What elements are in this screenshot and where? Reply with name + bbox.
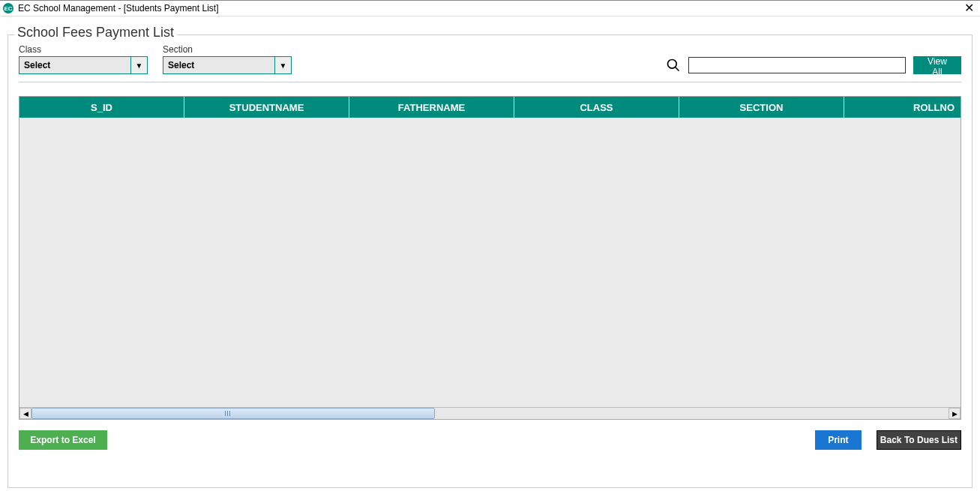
scroll-track[interactable] bbox=[31, 408, 949, 419]
view-all-button[interactable]: View All bbox=[913, 56, 961, 74]
col-sid[interactable]: S_ID bbox=[19, 97, 184, 118]
close-icon[interactable]: ✕ bbox=[964, 2, 974, 14]
grid-body bbox=[19, 118, 961, 407]
horizontal-scrollbar[interactable]: ◀ ▶ bbox=[19, 407, 961, 419]
title-bar: EC EC School Management - [Students Paym… bbox=[0, 0, 980, 16]
footer-buttons: Export to Excel Print Back To Dues List bbox=[19, 430, 961, 450]
divider bbox=[19, 82, 961, 82]
svg-line-1 bbox=[676, 67, 679, 71]
section-filter-group: Section Select ▼ bbox=[163, 44, 292, 74]
search-icon bbox=[666, 58, 681, 73]
col-class[interactable]: CLASS bbox=[514, 97, 679, 118]
back-to-dues-button[interactable]: Back To Dues List bbox=[877, 430, 961, 450]
scroll-right-icon[interactable]: ▶ bbox=[949, 408, 961, 419]
class-select-value: Select bbox=[19, 57, 130, 73]
search-input[interactable] bbox=[688, 57, 906, 73]
svg-point-0 bbox=[668, 60, 677, 69]
chevron-down-icon[interactable]: ▼ bbox=[130, 57, 147, 73]
window-title: EC School Management - [Students Payment… bbox=[18, 3, 218, 13]
filter-row: Class Select ▼ Section Select ▼ View All bbox=[19, 44, 961, 74]
class-label: Class bbox=[19, 44, 148, 55]
col-rollno[interactable]: ROLLNO bbox=[844, 97, 961, 118]
export-excel-button[interactable]: Export to Excel bbox=[19, 430, 107, 450]
col-section[interactable]: SECTION bbox=[679, 97, 844, 118]
print-button[interactable]: Print bbox=[815, 430, 862, 450]
section-select-value: Select bbox=[163, 57, 274, 73]
app-icon: EC bbox=[3, 3, 13, 13]
scroll-thumb[interactable] bbox=[31, 408, 435, 419]
search-area: View All bbox=[666, 56, 961, 74]
col-studentname[interactable]: STUDENTNAME bbox=[184, 97, 349, 118]
section-label: Section bbox=[163, 44, 292, 55]
class-select[interactable]: Select ▼ bbox=[19, 56, 148, 74]
section-select[interactable]: Select ▼ bbox=[163, 56, 292, 74]
data-grid: S_ID STUDENTNAME FATHERNAME CLASS SECTIO… bbox=[19, 96, 961, 420]
chevron-down-icon[interactable]: ▼ bbox=[274, 57, 291, 73]
page-title: School Fees Payment List bbox=[14, 25, 177, 40]
scroll-left-icon[interactable]: ◀ bbox=[19, 408, 31, 419]
col-fathername[interactable]: FATHERNAME bbox=[349, 97, 514, 118]
main-panel: School Fees Payment List Class Select ▼ … bbox=[7, 34, 973, 488]
class-filter-group: Class Select ▼ bbox=[19, 44, 148, 74]
grid-header: S_ID STUDENTNAME FATHERNAME CLASS SECTIO… bbox=[19, 97, 961, 118]
